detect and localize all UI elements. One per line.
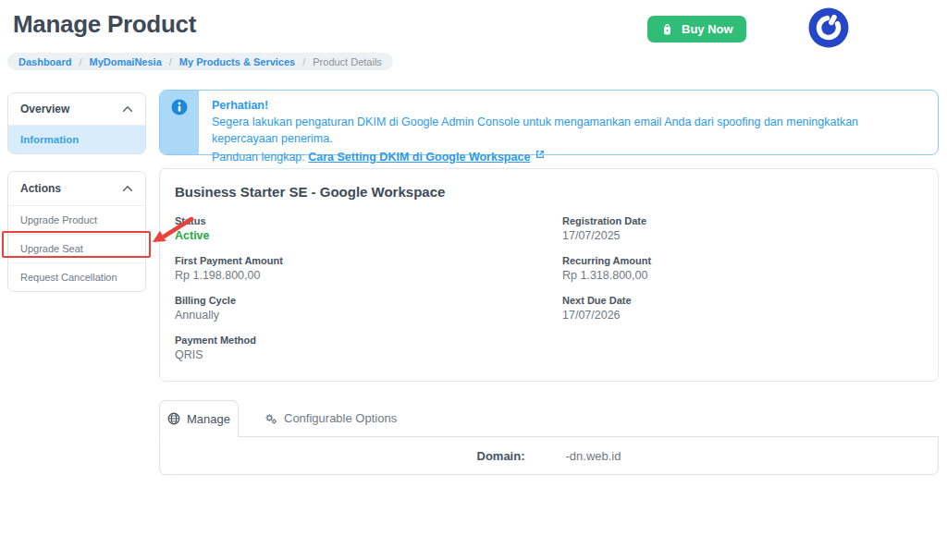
field-value: Rp 1.318.800,00	[562, 269, 923, 282]
tab-manage[interactable]: Manage	[159, 400, 239, 437]
field-value: Rp 1.198.800,00	[175, 269, 562, 282]
info-icon	[171, 99, 188, 154]
actions-card: Actions Upgrade Product Upgrade Seat Req…	[7, 171, 146, 292]
overview-title: Overview	[20, 103, 69, 116]
dkim-guide-link[interactable]: Cara Setting DKIM di Google Workspace	[308, 151, 530, 164]
alert-title: Perhatian!	[212, 97, 925, 114]
field-label: First Payment Amount	[175, 255, 562, 266]
breadcrumb-separator: /	[169, 56, 172, 67]
field-label: Payment Method	[175, 335, 562, 346]
field-recurring-amount: Recurring Amount Rp 1.318.800,00	[562, 255, 923, 282]
field-label: Status	[175, 215, 562, 226]
field-value: Annually	[175, 309, 562, 322]
chevron-up-icon	[122, 105, 133, 113]
breadcrumb-mydomainesia[interactable]: MyDomaiNesia	[90, 56, 162, 67]
chevron-up-icon	[122, 185, 133, 192]
breadcrumb-my-products-services[interactable]: My Products & Services	[179, 56, 295, 67]
tab-configurable-options[interactable]: Configurable Options	[264, 400, 397, 436]
field-first-payment-amount: First Payment Amount Rp 1.198.800,00	[175, 255, 562, 282]
sidebar-item-upgrade-seat[interactable]: Upgrade Seat	[8, 234, 145, 262]
alert-guide-prefix: Panduan lengkap:	[212, 151, 308, 164]
tab-manage-label: Manage	[187, 412, 230, 426]
overview-card: Overview Information	[7, 92, 146, 154]
field-value: 17/07/2026	[562, 309, 923, 322]
alert-message: Segera lakukan pengaturan DKIM di Google…	[212, 114, 925, 147]
dkim-alert: Perhatian! Segera lakukan pengaturan DKI…	[159, 90, 939, 155]
field-billing-cycle: Billing Cycle Annually	[175, 295, 562, 322]
product-title: Business Starter SE - Google Workspace	[175, 184, 923, 200]
breadcrumb-separator: /	[302, 56, 305, 67]
manage-tab-panel: Domain: -dn.web.id	[159, 437, 939, 475]
tab-configurable-options-label: Configurable Options	[284, 411, 397, 425]
field-registration-date: Registration Date 17/07/2025	[562, 215, 923, 242]
product-fields-right: Registration Date 17/07/2025 Recurring A…	[562, 215, 923, 374]
actions-title: Actions	[20, 182, 61, 195]
field-payment-method: Payment Method QRIS	[175, 335, 562, 361]
alert-strip	[160, 91, 199, 154]
field-label: Next Due Date	[562, 295, 923, 306]
page-title: Manage Product	[13, 10, 196, 39]
status-badge: Active	[175, 229, 562, 242]
product-details-card: Business Starter SE - Google Workspace S…	[159, 168, 939, 382]
sidebar-item-request-cancellation[interactable]: Request Cancellation	[8, 262, 145, 291]
domain-label: Domain:	[477, 449, 525, 463]
breadcrumb-separator: /	[79, 56, 81, 67]
alert-guide-line: Panduan lengkap: Cara Setting DKIM di Go…	[212, 147, 925, 165]
field-status: Status Active	[175, 215, 562, 242]
sidebar-item-upgrade-product[interactable]: Upgrade Product	[8, 205, 145, 234]
breadcrumb-product-details: Product Details	[313, 56, 382, 67]
external-link-icon	[535, 147, 545, 164]
field-label: Registration Date	[562, 215, 923, 226]
buy-now-button[interactable]: Buy Now	[647, 16, 746, 43]
cogs-icon	[264, 412, 277, 425]
domain-value: -dn.web.id	[566, 449, 621, 463]
overview-header[interactable]: Overview	[8, 93, 145, 125]
buy-now-label: Buy Now	[682, 22, 733, 36]
brand-logo-icon	[807, 6, 850, 49]
product-tabs: Manage Configurable Options	[159, 400, 939, 437]
field-label: Billing Cycle	[175, 295, 562, 306]
field-label: Recurring Amount	[562, 255, 923, 266]
sidebar-item-information[interactable]: Information	[8, 125, 145, 153]
breadcrumb-dashboard[interactable]: Dashboard	[18, 56, 71, 67]
shopping-bag-icon	[660, 22, 674, 36]
product-fields-left: Status Active First Payment Amount Rp 1.…	[175, 215, 562, 374]
field-value: QRIS	[175, 348, 562, 361]
actions-header[interactable]: Actions	[8, 172, 145, 205]
field-next-due-date: Next Due Date 17/07/2026	[562, 295, 923, 322]
breadcrumb: Dashboard / MyDomaiNesia / My Products &…	[7, 53, 393, 70]
globe-icon	[167, 412, 180, 425]
field-value: 17/07/2025	[562, 229, 923, 242]
